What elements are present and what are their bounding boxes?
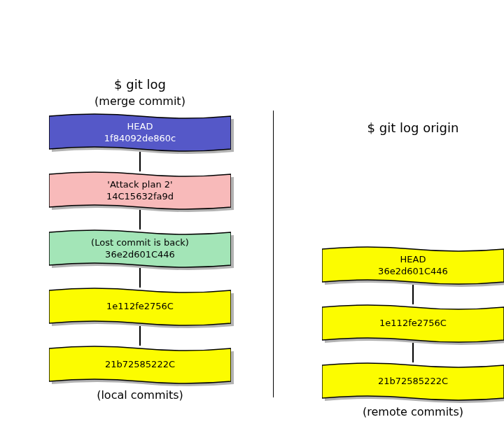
commit-label: HEAD <box>400 254 426 265</box>
local-footer: (local commits) <box>28 388 252 402</box>
commit-label: HEAD <box>127 121 153 132</box>
commit-hash: 36e2d601C446 <box>105 249 175 260</box>
connector-line <box>412 285 414 304</box>
connector-line <box>412 343 414 362</box>
left-commit-node: 21b72585222C <box>49 346 231 384</box>
commit-hash: 14C15632fa9d <box>106 191 174 202</box>
local-column: $ git log (merge commit) HEAD1f84092de86… <box>28 77 252 402</box>
local-stack: HEAD1f84092de860c'Attack plan 2'14C15632… <box>28 113 252 384</box>
left-commit-node: 'Attack plan 2'14C15632fa9d <box>49 171 231 210</box>
commit-text: HEAD36e2d601C446 <box>322 246 504 285</box>
commit-hash: 1f84092de860c <box>104 133 176 144</box>
commit-text: 1e112fe2756C <box>49 288 231 326</box>
column-divider <box>273 111 274 397</box>
right-commit-node: 21b72585222C <box>322 362 504 401</box>
commit-hash: 1e112fe2756C <box>379 318 447 329</box>
connector-line <box>139 152 141 171</box>
commit-label: 'Attack plan 2' <box>107 179 172 190</box>
left-commit-node: 1e112fe2756C <box>49 288 231 326</box>
connector-line <box>139 326 141 346</box>
commit-text: (Lost commit is back)36e2d601C446 <box>49 229 231 268</box>
local-title: $ git log <box>28 77 252 92</box>
commit-text: 'Attack plan 2'14C15632fa9d <box>49 171 231 210</box>
commit-text: 21b72585222C <box>322 362 504 401</box>
right-commit-node: HEAD36e2d601C446 <box>322 246 504 285</box>
remote-column: $ git log origin HEAD36e2d601C4461e112fe… <box>301 77 504 418</box>
commit-hash: 36e2d601C446 <box>378 266 448 277</box>
commit-hash: 21b72585222C <box>105 359 175 370</box>
commit-hash: 21b72585222C <box>378 376 448 387</box>
connector-line <box>139 210 141 229</box>
right-commit-node: 1e112fe2756C <box>322 304 504 343</box>
commit-text: 21b72585222C <box>49 346 231 384</box>
commit-hash: 1e112fe2756C <box>106 301 174 312</box>
remote-footer: (remote commits) <box>301 405 504 418</box>
left-commit-node: (Lost commit is back)36e2d601C446 <box>49 229 231 268</box>
remote-title: $ git log origin <box>301 120 504 135</box>
remote-stack: HEAD36e2d601C4461e112fe2756C21b72585222C <box>301 246 504 401</box>
commit-text: HEAD1f84092de860c <box>49 113 231 152</box>
commit-label: (Lost commit is back) <box>91 237 189 248</box>
left-commit-node: HEAD1f84092de860c <box>49 113 231 152</box>
local-subtitle: (merge commit) <box>28 94 252 108</box>
connector-line <box>139 268 141 288</box>
commit-text: 1e112fe2756C <box>322 304 504 343</box>
